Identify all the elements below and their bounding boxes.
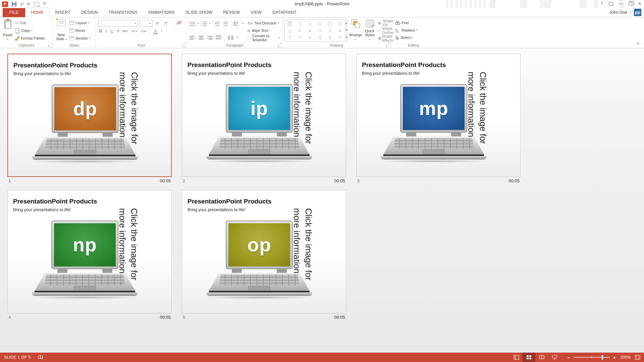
shape-triangle-icon[interactable]: △ bbox=[285, 27, 295, 34]
quick-styles-button[interactable]: Quick Styles ▾ bbox=[364, 19, 376, 42]
reading-view-button[interactable] bbox=[535, 353, 548, 362]
collapse-ribbon-icon[interactable] bbox=[636, 40, 640, 46]
shape-rectangle-icon[interactable]: ▭ bbox=[315, 20, 325, 27]
ribbon-display-options-icon[interactable]: ⌃ bbox=[609, 2, 613, 6]
zoom-in-button[interactable]: + bbox=[611, 355, 618, 360]
zoom-level[interactable]: 200% bbox=[618, 355, 633, 360]
shape-oval-icon[interactable]: ◯ bbox=[325, 20, 335, 27]
shape-line-icon[interactable]: ╲ bbox=[295, 20, 305, 27]
fit-slide-to-window-button[interactable] bbox=[633, 355, 642, 360]
font-dialog-launcher-icon[interactable] bbox=[182, 44, 185, 47]
save-icon[interactable] bbox=[12, 2, 16, 6]
gallery-scroll-up-icon[interactable]: ▲ bbox=[345, 20, 347, 27]
paste-button[interactable]: Paste▾ bbox=[2, 19, 14, 42]
convert-to-smartart-button[interactable]: ⬚ Convert to SmartArt▾ bbox=[246, 34, 281, 42]
avatar[interactable]: pp bbox=[634, 9, 641, 16]
normal-view-button[interactable] bbox=[510, 353, 523, 362]
shape-elbow-connector-icon[interactable]: ∟ bbox=[295, 27, 305, 34]
zoom-slider[interactable] bbox=[574, 357, 610, 358]
slide-thumbnail-3[interactable]: PresentationPoint Products Bring your pr… bbox=[356, 54, 521, 183]
shape-textbox-icon[interactable]: A bbox=[285, 20, 295, 27]
shape-scribble-icon[interactable]: ⌇ bbox=[285, 34, 295, 41]
shape-curve-icon[interactable]: ∿ bbox=[305, 34, 315, 41]
slide-counter[interactable]: SLIDE 1 OF 5 bbox=[4, 355, 31, 360]
slide-sorter-view-button[interactable] bbox=[523, 353, 535, 362]
align-center-icon[interactable] bbox=[198, 36, 204, 40]
decrease-indent-icon[interactable] bbox=[215, 21, 221, 26]
align-left-icon[interactable] bbox=[190, 36, 195, 40]
slide-3-canvas[interactable]: PresentationPoint Products Bring your pr… bbox=[356, 54, 521, 177]
user-name[interactable]: John Doe bbox=[609, 10, 627, 15]
paragraph-dialog-launcher-icon[interactable] bbox=[278, 44, 281, 47]
undo-dropdown-icon[interactable]: ▾ bbox=[21, 3, 23, 6]
slide-sorter-area[interactable]: PresentationPoint Products Bring your pr… bbox=[0, 48, 644, 353]
account-area[interactable]: John Doe ▾ pp bbox=[609, 9, 641, 16]
tab-design[interactable]: DESIGN bbox=[76, 8, 103, 17]
slide-thumbnail-2[interactable]: PresentationPoint Products Bring your pr… bbox=[182, 54, 346, 183]
bold-button[interactable]: B bbox=[99, 28, 102, 34]
font-size-combo[interactable]: ▾ bbox=[139, 20, 153, 27]
shape-left-brace-icon[interactable]: { bbox=[315, 34, 325, 41]
columns-icon[interactable] bbox=[228, 36, 233, 40]
find-button[interactable]: Find bbox=[394, 19, 435, 26]
arrange-button[interactable]: Arrange▾ bbox=[347, 19, 363, 42]
select-button[interactable]: Select▾ bbox=[394, 34, 435, 41]
minimize-icon[interactable]: — bbox=[619, 1, 623, 7]
shape-rounded-rectangle-icon[interactable]: ▢ bbox=[335, 20, 345, 27]
tab-home[interactable]: HOME bbox=[25, 8, 49, 17]
shape-right-brace-icon[interactable]: } bbox=[325, 34, 335, 41]
shapes-gallery[interactable]: A ╲ ↘ ▭ ◯ ▢ △ ∟ ↳ ⇨ ⇩ ⌂ ⌇ ◠ ∿ { } ☆ bbox=[284, 19, 345, 42]
strikethrough-button[interactable]: abc bbox=[122, 29, 127, 33]
increase-indent-icon[interactable] bbox=[223, 21, 229, 26]
shape-right-arrow-icon[interactable]: ⇨ bbox=[315, 27, 325, 34]
bullets-icon[interactable] bbox=[190, 21, 195, 26]
help-icon[interactable]: ? bbox=[601, 1, 603, 7]
slide-thumbnail-1[interactable]: PresentationPoint Products Bring your pr… bbox=[7, 54, 172, 183]
shadow-strikethrough-button[interactable]: S bbox=[117, 28, 119, 34]
underline-button[interactable]: U bbox=[110, 28, 113, 34]
section-button[interactable]: Section▾ bbox=[68, 35, 92, 42]
slide-show-view-button[interactable] bbox=[548, 353, 561, 362]
font-color-button[interactable]: A bbox=[153, 28, 158, 34]
slide-2-canvas[interactable]: PresentationPoint Products Bring your pr… bbox=[182, 54, 346, 177]
drawing-dialog-launcher-icon[interactable] bbox=[386, 44, 389, 47]
close-icon[interactable]: ✕ bbox=[638, 1, 641, 7]
slide-1-canvas[interactable]: PresentationPoint Products Bring your pr… bbox=[7, 54, 172, 177]
undo-button[interactable]: ↶ ▾ bbox=[20, 2, 23, 6]
start-from-beginning-icon[interactable] bbox=[34, 2, 39, 6]
text-direction-button[interactable]: ⇅A Text Direction▾ bbox=[246, 19, 281, 27]
shape-star-icon[interactable]: ☆ bbox=[335, 34, 345, 41]
format-painter-button[interactable]: Format Painter bbox=[14, 35, 47, 42]
align-text-button[interactable]: ⊞ Align Text▾ bbox=[246, 27, 281, 34]
shape-callout-icon[interactable]: ⌂ bbox=[335, 27, 345, 34]
slide-4-canvas[interactable]: PresentationPoint Products Bring your pr… bbox=[7, 190, 172, 313]
shape-arc-icon[interactable]: ◠ bbox=[295, 34, 305, 41]
customize-qat-icon[interactable]: ▾ bbox=[43, 3, 46, 6]
clipboard-dialog-launcher-icon[interactable] bbox=[48, 44, 51, 47]
shape-down-arrow-icon[interactable]: ⇩ bbox=[325, 27, 335, 34]
slide-thumbnail-4[interactable]: PresentationPoint Products Bring your pr… bbox=[7, 190, 172, 320]
tab-transitions[interactable]: TRANSITIONS bbox=[103, 8, 143, 17]
gallery-more-icon[interactable]: ▼ bbox=[345, 34, 347, 41]
grow-font-button[interactable]: A▴ bbox=[156, 21, 161, 26]
shrink-font-button[interactable]: A▾ bbox=[164, 21, 170, 26]
tab-review[interactable]: REVIEW bbox=[218, 8, 246, 17]
redo-icon[interactable]: ⟳ bbox=[26, 2, 31, 6]
font-color-dropdown-icon[interactable]: ▾ bbox=[161, 29, 162, 32]
tab-datapoint[interactable]: DATAPOINT bbox=[267, 8, 302, 17]
powerpoint-app-icon[interactable]: P bbox=[2, 1, 8, 7]
tab-slide-show[interactable]: SLIDE SHOW bbox=[180, 8, 218, 17]
tab-view[interactable]: VIEW bbox=[246, 8, 267, 17]
tab-insert[interactable]: INSERT bbox=[50, 8, 76, 17]
cut-button[interactable]: ✂ Cut bbox=[14, 19, 47, 26]
shape-elbow-arrow-icon[interactable]: ↳ bbox=[305, 27, 315, 34]
spell-check-icon[interactable] bbox=[38, 355, 44, 360]
character-spacing-button[interactable]: AV▾ bbox=[131, 29, 137, 33]
slide-thumbnail-5[interactable]: PresentationPoint Products Bring your pr… bbox=[182, 190, 346, 320]
zoom-out-button[interactable]: − bbox=[566, 355, 572, 360]
justify-icon[interactable] bbox=[216, 36, 221, 40]
tab-animations[interactable]: ANIMATIONS bbox=[143, 8, 180, 17]
font-name-combo[interactable]: ▾ bbox=[98, 20, 138, 27]
restore-icon[interactable] bbox=[629, 2, 632, 5]
clear-formatting-button[interactable]: A bbox=[176, 21, 179, 26]
